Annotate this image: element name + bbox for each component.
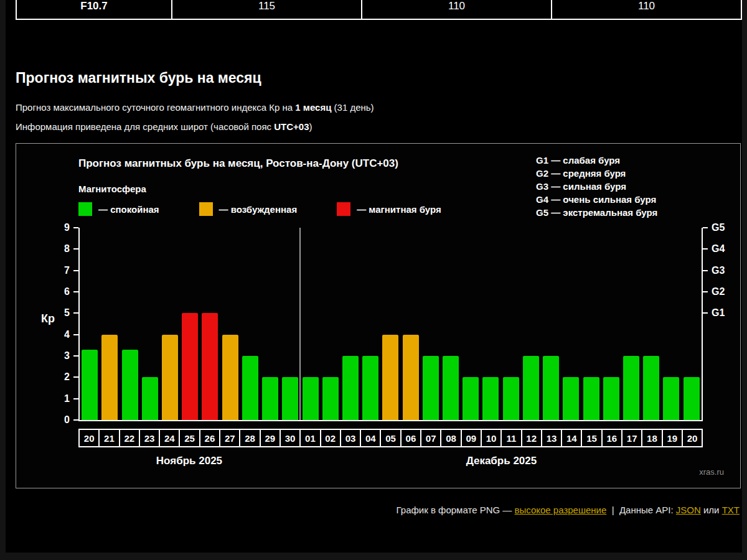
intro1-suffix: (31 день) (331, 102, 374, 113)
day-label: 14 (562, 429, 582, 447)
day-label: 23 (140, 429, 160, 447)
month-label: Декабрь 2025 (466, 455, 537, 467)
footer-api-text: Данные API: (619, 505, 676, 515)
month-labels: Ноябрь 2025Декабрь 2025 (78, 455, 703, 471)
chart-title: Прогноз магнитных бурь на месяц, Ростов-… (78, 157, 398, 170)
day-label: 11 (502, 429, 522, 447)
g-tick-mark (703, 291, 708, 292)
footer-png-text: График в формате PNG — (397, 505, 515, 515)
watermark: xras.ru (699, 467, 724, 477)
g-tick-mark (703, 227, 708, 228)
footer-or-text: или (701, 505, 722, 515)
y-tick-label: 9 (50, 222, 70, 234)
y-tick-mark (73, 227, 78, 228)
table-cell-f107-label: F10.7 (17, 0, 171, 19)
day-label: 18 (642, 429, 662, 447)
day-label: 15 (582, 429, 602, 447)
y-tick-mark (73, 312, 78, 314)
day-label: 28 (240, 429, 260, 447)
table-cell-value: 110 (551, 0, 741, 19)
day-axis: 2021222324252627282930010203040506070809… (78, 429, 703, 447)
day-label: 01 (301, 429, 321, 447)
day-label: 21 (100, 429, 120, 447)
legend-row: — спокойная— возбужденная— магнитная бур… (78, 202, 481, 216)
y-tick-mark (73, 291, 78, 292)
y-tick-mark (73, 248, 78, 250)
table-cell-value: 115 (171, 0, 361, 19)
page: F10.7 115 110 110 Прогноз магнитных бурь… (0, 0, 747, 560)
storm-scale-line: G3 — сильная буря (536, 180, 657, 193)
table-cell-value: 110 (361, 0, 551, 19)
footer-separator: | (606, 505, 619, 515)
y-tick-label: 3 (50, 350, 70, 362)
day-label: 13 (542, 429, 562, 447)
storm-color-swatch (337, 202, 350, 216)
page-edge-left (0, 0, 6, 560)
day-label: 10 (482, 429, 502, 447)
right-tick-layer: G1G2G3G4G5 (80, 228, 702, 420)
g-tick-mark (703, 312, 708, 314)
day-label: 25 (180, 429, 200, 447)
y-tick-mark (73, 398, 78, 399)
intro1-prefix: Прогноз максимального суточного геомагни… (16, 102, 295, 113)
day-label: 19 (663, 429, 683, 447)
y-tick-label: 4 (50, 329, 70, 341)
y-tick-label: 6 (50, 286, 70, 298)
forecast-chart-panel: Прогноз магнитных бурь на месяц, Ростов-… (16, 143, 741, 488)
legend-title: Магнитосфера (78, 184, 146, 194)
storm-scale-line: G4 — очень сильная буря (536, 193, 657, 206)
day-label: 09 (462, 429, 482, 447)
day-label: 12 (522, 429, 542, 447)
day-label: 24 (160, 429, 180, 447)
storm-scale-line: G2 — средняя буря (536, 167, 657, 180)
page-title: Прогноз магнитных бурь на месяц (16, 70, 261, 86)
api-txt-link[interactable]: TXT (722, 505, 740, 515)
day-label: 26 (200, 429, 220, 447)
g-level-label: G4 (712, 243, 736, 255)
plot-area: 0123456789 G1G2G3G4G5 Кр (78, 228, 703, 421)
y-tick-label: 2 (50, 371, 70, 383)
day-label: 29 (261, 429, 281, 447)
day-label: 30 (281, 429, 301, 447)
intro1-bold: 1 месяц (295, 102, 331, 113)
month-label: Ноябрь 2025 (156, 455, 222, 467)
api-json-link[interactable]: JSON (676, 505, 701, 515)
intro2-bold: UTC+03 (274, 121, 309, 132)
high-resolution-link[interactable]: высокое разрешение (515, 505, 607, 515)
y-tick-label: 1 (50, 393, 70, 405)
storm-scale: G1 — слабая буряG2 — средняя буряG3 — си… (536, 154, 657, 219)
legend-item: — спокойная (78, 202, 159, 216)
footer-links: График в формате PNG — высокое разрешени… (397, 505, 740, 515)
intro2-suffix: ) (309, 121, 312, 132)
day-label: 20 (78, 429, 100, 447)
forecast-description-line2: Информация приведена для средних широт (… (16, 121, 312, 132)
legend-label: — спокойная (98, 204, 159, 215)
day-label: 22 (120, 429, 140, 447)
legend-label: — возбужденная (219, 204, 298, 215)
legend-item: — возбужденная (199, 202, 298, 216)
y-tick-label: 0 (50, 414, 70, 426)
page-edge-right (742, 0, 747, 560)
g-level-label: G2 (712, 286, 736, 298)
g-level-label: G3 (712, 264, 736, 277)
y-tick-label: 7 (50, 264, 70, 277)
day-label: 06 (402, 429, 421, 447)
day-label: 20 (683, 429, 703, 447)
forecast-description-line1: Прогноз максимального суточного геомагни… (16, 102, 374, 113)
g-level-label: G5 (712, 222, 736, 234)
storm-scale-line: G1 — слабая буря (536, 154, 657, 167)
y-tick-mark (73, 270, 78, 271)
day-label: 08 (441, 429, 461, 447)
g-tick-mark (703, 270, 708, 271)
g-level-label: G1 (712, 307, 736, 319)
day-label: 05 (381, 429, 401, 447)
y-tick-mark (73, 376, 78, 378)
day-label: 17 (622, 429, 642, 447)
y-tick-label: 8 (50, 243, 70, 255)
day-label: 27 (220, 429, 240, 447)
g-tick-mark (703, 248, 708, 250)
y-tick-mark (73, 419, 78, 421)
page-edge-bottom (0, 553, 747, 560)
y-tick-mark (73, 355, 78, 357)
y-tick-mark (73, 334, 78, 335)
